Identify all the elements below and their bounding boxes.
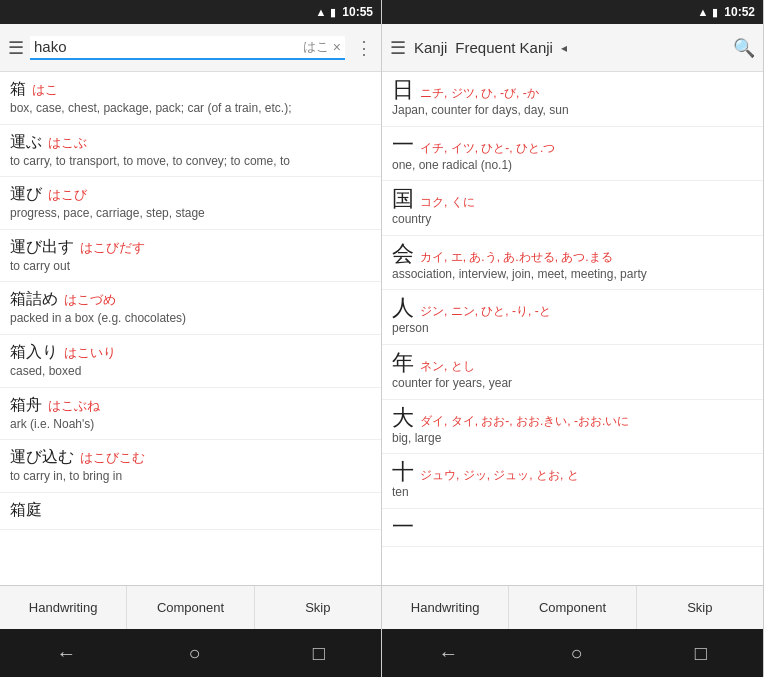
right-tab-frequent[interactable]: Frequent Kanji (455, 39, 553, 56)
right-tab-skip[interactable]: Skip (637, 586, 763, 629)
word-kanji-1: 運ぶ (10, 132, 42, 153)
kanji-readings-3: カイ, エ, あ.う, あ.わせる, あつ.まる (420, 249, 613, 266)
word-item-8[interactable]: 箱庭 (0, 493, 381, 530)
kanji-readings-1: イチ, イツ, ひと-, ひと.つ (420, 140, 555, 157)
word-kanji-2: 運び (10, 184, 42, 205)
left-nav-home-icon[interactable]: ○ (168, 634, 220, 673)
left-tab-skip[interactable]: Skip (255, 586, 381, 629)
left-nav-recents-icon[interactable]: □ (293, 634, 345, 673)
kanji-meaning-4: person (392, 321, 753, 337)
kanji-readings-0: ニチ, ジツ, ひ, -び, -か (420, 85, 539, 102)
kanji-char-3: 会 (392, 243, 414, 265)
kanji-item-0[interactable]: 日 ニチ, ジツ, ひ, -び, -か Japan, counter for d… (382, 72, 763, 127)
word-kanji-6: 箱舟 (10, 395, 42, 416)
right-hamburger-icon[interactable]: ☰ (390, 37, 406, 59)
word-kanji-3: 運び出す (10, 237, 74, 258)
word-item-0[interactable]: 箱 はこ box, case, chest, package, pack; ca… (0, 72, 381, 125)
left-time: 10:55 (342, 5, 373, 19)
word-reading-5: はこいり (64, 344, 116, 362)
kanji-char-1: 一 (392, 134, 414, 156)
kanji-meaning-1: one, one radical (no.1) (392, 158, 753, 174)
left-search-input-wrap[interactable]: hako はこ × (30, 36, 345, 60)
word-kanji-7: 運び込む (10, 447, 74, 468)
right-wifi-icon: ▲ (697, 6, 708, 18)
left-panel: ▲ ▮ 10:55 ☰ hako はこ × ⋮ 箱 はこ box, case, … (0, 0, 382, 677)
left-search-menu-icon[interactable]: ⋮ (355, 37, 373, 59)
right-kanji-header: ☰ Kanji Frequent Kanji ◂ 🔍 (382, 24, 763, 72)
kanji-char-6: 大 (392, 407, 414, 429)
word-definition-1: to carry, to transport, to move, to conv… (10, 154, 371, 170)
kanji-meaning-5: counter for years, year (392, 376, 753, 392)
kanji-item-1[interactable]: 一 イチ, イツ, ひと-, ひと.つ one, one radical (no… (382, 127, 763, 182)
kanji-char-2: 国 (392, 188, 414, 210)
word-item-6[interactable]: 箱舟 はこぶね ark (i.e. Noah's) (0, 388, 381, 441)
left-nav-back-icon[interactable]: ← (36, 634, 96, 673)
word-definition-5: cased, boxed (10, 364, 371, 380)
kanji-item-5[interactable]: 年 ネン, とし counter for years, year (382, 345, 763, 400)
left-tab-component[interactable]: Component (127, 586, 254, 629)
right-status-bar: ▲ ▮ 10:52 (382, 0, 763, 24)
right-tab-component[interactable]: Component (509, 586, 636, 629)
kanji-item-3[interactable]: 会 カイ, エ, あ.う, あ.わせる, あつ.まる association, … (382, 236, 763, 291)
kanji-item-8[interactable]: 一 (382, 509, 763, 547)
word-item-3[interactable]: 運び出す はこびだす to carry out (0, 230, 381, 283)
left-status-bar: ▲ ▮ 10:55 (0, 0, 381, 24)
right-time: 10:52 (724, 5, 755, 19)
word-kanji-0: 箱 (10, 79, 26, 100)
right-panel: ▲ ▮ 10:52 ☰ Kanji Frequent Kanji ◂ 🔍 日 ニ… (382, 0, 764, 677)
word-item-1[interactable]: 運ぶ はこぶ to carry, to transport, to move, … (0, 125, 381, 178)
word-reading-3: はこびだす (80, 239, 145, 257)
left-search-clear[interactable]: × (333, 39, 341, 55)
kanji-char-0: 日 (392, 79, 414, 101)
kanji-item-2[interactable]: 国 コク, くに country (382, 181, 763, 236)
kanji-readings-7: ジュウ, ジッ, ジュッ, とお, と (420, 467, 579, 484)
kanji-char-7: 十 (392, 461, 414, 483)
right-search-icon[interactable]: 🔍 (733, 37, 755, 59)
kanji-meaning-3: association, interview, join, meet, meet… (392, 267, 753, 283)
kanji-char-5: 年 (392, 352, 414, 374)
word-item-5[interactable]: 箱入り はこいり cased, boxed (0, 335, 381, 388)
left-search-query: hako (34, 38, 299, 55)
word-item-7[interactable]: 運び込む はこびこむ to carry in, to bring in (0, 440, 381, 493)
right-status-icons: ▲ ▮ (697, 6, 718, 19)
word-reading-0: はこ (32, 81, 58, 99)
word-reading-4: はこづめ (64, 291, 116, 309)
right-tab-handwriting[interactable]: Handwriting (382, 586, 509, 629)
kanji-char-8: 一 (392, 516, 414, 538)
left-hamburger-icon[interactable]: ☰ (8, 37, 24, 59)
kanji-item-4[interactable]: 人 ジン, ニン, ひと, -り, -と person (382, 290, 763, 345)
right-nav-bar: ← ○ □ (382, 629, 763, 677)
kanji-meaning-6: big, large (392, 431, 753, 447)
word-reading-2: はこび (48, 186, 87, 204)
right-nav-recents-icon[interactable]: □ (675, 634, 727, 673)
word-kanji-5: 箱入り (10, 342, 58, 363)
right-battery-icon: ▮ (712, 6, 718, 19)
kanji-item-7[interactable]: 十 ジュウ, ジッ, ジュッ, とお, と ten (382, 454, 763, 509)
word-reading-7: はこびこむ (80, 449, 145, 467)
right-nav-home-icon[interactable]: ○ (550, 634, 602, 673)
word-definition-2: progress, pace, carriage, step, stage (10, 206, 371, 222)
word-reading-6: はこぶね (48, 397, 100, 415)
left-battery-icon: ▮ (330, 6, 336, 19)
right-tab-kanji[interactable]: Kanji (414, 39, 447, 56)
kanji-meaning-7: ten (392, 485, 753, 501)
word-item-2[interactable]: 運び はこび progress, pace, carriage, step, s… (0, 177, 381, 230)
left-search-bar: ☰ hako はこ × ⋮ (0, 24, 381, 72)
left-tab-handwriting[interactable]: Handwriting (0, 586, 127, 629)
left-word-list: 箱 はこ box, case, chest, package, pack; ca… (0, 72, 381, 585)
right-sort-icon[interactable]: ◂ (561, 41, 567, 55)
right-nav-back-icon[interactable]: ← (418, 634, 478, 673)
word-definition-6: ark (i.e. Noah's) (10, 417, 371, 433)
word-definition-3: to carry out (10, 259, 371, 275)
kanji-item-6[interactable]: 大 ダイ, タイ, おお-, おお.きい, -おお.いに big, large (382, 400, 763, 455)
kanji-readings-2: コク, くに (420, 194, 475, 211)
left-search-kana: はこ (303, 38, 329, 56)
kanji-readings-4: ジン, ニン, ひと, -り, -と (420, 303, 551, 320)
kanji-char-4: 人 (392, 297, 414, 319)
word-definition-4: packed in a box (e.g. chocolates) (10, 311, 371, 327)
word-item-4[interactable]: 箱詰め はこづめ packed in a box (e.g. chocolate… (0, 282, 381, 335)
word-definition-7: to carry in, to bring in (10, 469, 371, 485)
left-nav-bar: ← ○ □ (0, 629, 381, 677)
kanji-meaning-0: Japan, counter for days, day, sun (392, 103, 753, 119)
right-bottom-tabs: Handwriting Component Skip (382, 585, 763, 629)
